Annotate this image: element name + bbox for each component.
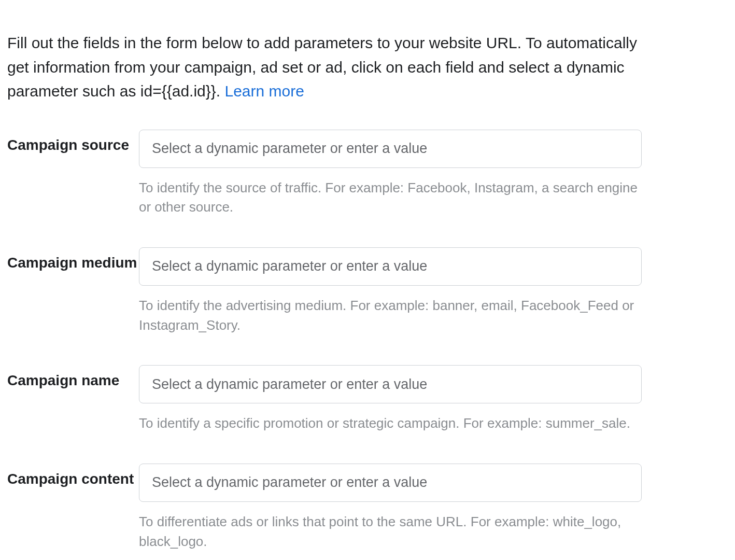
row-campaign-source: Campaign source To identify the source o… [7, 130, 728, 238]
url-parameters-form: Fill out the fields in the form below to… [0, 0, 735, 560]
help-campaign-content: To differentiate ads or links that point… [139, 512, 642, 551]
label-campaign-name: Campaign name [7, 365, 139, 391]
intro-paragraph: Fill out the fields in the form below to… [7, 31, 645, 104]
intro-text: Fill out the fields in the form below to… [7, 34, 637, 100]
input-campaign-name[interactable] [139, 365, 642, 403]
learn-more-link[interactable]: Learn more [224, 82, 304, 100]
row-campaign-medium: Campaign medium To identify the advertis… [7, 247, 728, 356]
field-col-campaign-name: To identify a specific promotion or stra… [139, 365, 642, 454]
field-col-campaign-content: To differentiate ads or links that point… [139, 464, 642, 551]
row-campaign-content: Campaign content To differentiate ads or… [7, 464, 728, 551]
label-campaign-medium: Campaign medium [7, 247, 139, 274]
row-campaign-name: Campaign name To identify a specific pro… [7, 365, 728, 454]
field-col-campaign-source: To identify the source of traffic. For e… [139, 130, 642, 238]
input-campaign-medium[interactable] [139, 247, 642, 286]
input-campaign-content[interactable] [139, 464, 642, 502]
help-campaign-name: To identify a specific promotion or stra… [139, 414, 642, 433]
field-col-campaign-medium: To identify the advertising medium. For … [139, 247, 642, 356]
input-campaign-source[interactable] [139, 130, 642, 168]
label-campaign-content: Campaign content [7, 464, 139, 490]
label-campaign-source: Campaign source [7, 130, 139, 156]
help-campaign-source: To identify the source of traffic. For e… [139, 178, 642, 217]
help-campaign-medium: To identify the advertising medium. For … [139, 296, 642, 335]
